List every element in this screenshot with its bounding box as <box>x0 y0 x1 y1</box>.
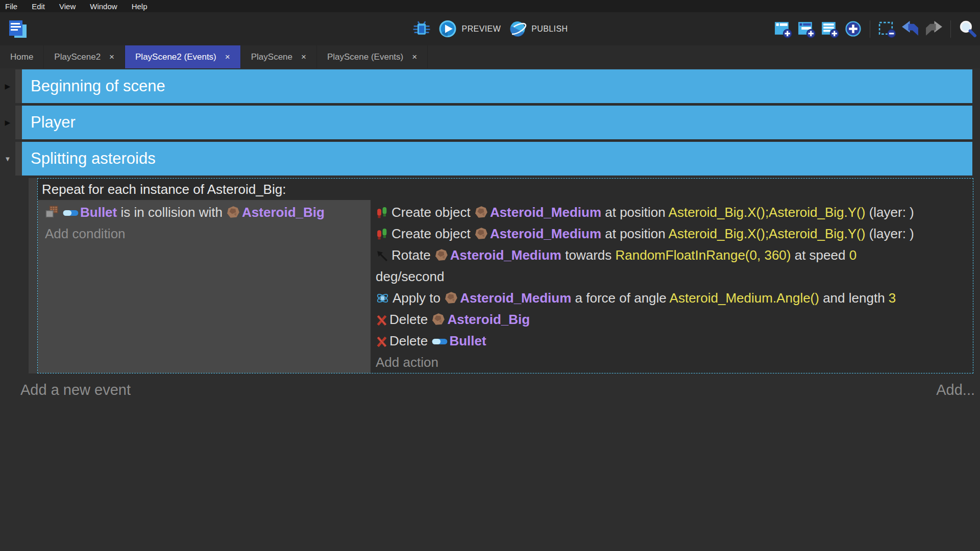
redo-icon[interactable] <box>924 19 943 38</box>
event-groups: ▶Beginning of scene▶Player▼Splitting ast… <box>0 69 980 176</box>
create-object-icon <box>376 227 388 241</box>
text-segment: Delete <box>389 333 431 348</box>
tab-bar: HomePlayScene2×PlayScene2 (Events)×PlayS… <box>0 45 980 68</box>
tab-label: Home <box>10 52 33 62</box>
text-segment: at speed <box>791 247 849 263</box>
group-title-bar[interactable]: Player <box>22 106 972 139</box>
event-group-player[interactable]: ▶Player <box>0 106 980 139</box>
actions-panel[interactable]: Create object Asteroid_Medium at positio… <box>371 200 973 373</box>
group-fold-cell: ▶ <box>0 106 15 139</box>
condition-row[interactable]: Bullet is in collision with Asteroid_Big <box>45 202 366 223</box>
action-row[interactable]: Create object Asteroid_Medium at positio… <box>376 202 966 223</box>
toolbar-center-group: PREVIEW PUBLISH <box>412 12 568 45</box>
add-subevent-icon[interactable] <box>797 19 816 38</box>
asteroid-icon <box>226 205 240 219</box>
menu-item-help[interactable]: Help <box>132 2 148 11</box>
asteroid-icon <box>444 291 458 305</box>
preview-button[interactable]: PREVIEW <box>438 19 501 38</box>
group-title: Beginning of scene <box>31 77 165 95</box>
group-drag-gutter[interactable] <box>15 69 22 103</box>
text-segment: Asteroid_Big <box>447 312 530 327</box>
action-row[interactable]: Create object Asteroid_Medium at positio… <box>376 223 966 244</box>
menu-item-file[interactable]: File <box>5 2 17 11</box>
chevron-down-icon[interactable]: ▼ <box>5 156 11 162</box>
text-segment: Asteroid_Big.X();Asteroid_Big.Y() <box>669 205 866 220</box>
text-segment: at position <box>601 226 669 241</box>
add-more-button[interactable]: Add... <box>936 382 975 398</box>
action-row[interactable]: Delete Bullet <box>376 330 966 352</box>
event-group-beginning-of-scene[interactable]: ▶Beginning of scene <box>0 69 980 103</box>
conditions-panel[interactable]: Bullet is in collision with Asteroid_Big… <box>38 200 371 373</box>
add-circle-icon[interactable] <box>844 19 863 38</box>
remove-selection-icon[interactable] <box>877 19 896 38</box>
tab-playscene[interactable]: PlayScene× <box>241 45 317 68</box>
toolbar-separator <box>870 20 870 38</box>
publish-button[interactable]: PUBLISH <box>508 19 568 38</box>
text-segment: (layer: ) <box>865 205 914 220</box>
toolbar-right-group <box>773 12 977 45</box>
menu-bar: FileEditViewWindowHelp <box>0 0 980 12</box>
bullet-object-icon <box>62 209 79 217</box>
group-title-bar[interactable]: Splitting asteroids <box>22 142 972 176</box>
text-segment: is in collision with <box>117 205 226 220</box>
tab-close-icon[interactable]: × <box>412 52 417 62</box>
debugger-icon[interactable] <box>412 19 431 38</box>
asteroid-icon <box>474 205 488 219</box>
tab-home[interactable]: Home <box>0 45 44 68</box>
group-drag-gutter[interactable] <box>15 142 22 176</box>
group-drag-gutter[interactable] <box>15 106 22 139</box>
tab-playscene-events-[interactable]: PlayScene (Events)× <box>317 45 428 68</box>
events-sheet: ▶Beginning of scene▶Player▼Splitting ast… <box>0 68 980 398</box>
text-segment: Bullet <box>80 205 117 220</box>
add-event-row: Add a new event Add... <box>20 382 960 398</box>
add-action-button[interactable]: Add action <box>376 352 966 373</box>
chevron-right-icon[interactable]: ▶ <box>5 119 11 126</box>
text-segment: Asteroid_Big.X();Asteroid_Big.Y() <box>669 226 866 241</box>
event-group-splitting-asteroids[interactable]: ▼Splitting asteroids <box>0 142 980 176</box>
add-condition-button[interactable]: Add condition <box>45 223 366 244</box>
menu-item-edit[interactable]: Edit <box>32 2 45 11</box>
add-event-icon[interactable] <box>773 19 792 38</box>
tab-close-icon[interactable]: × <box>301 52 306 62</box>
tab-label: PlayScene <box>251 52 292 62</box>
text-segment: a force of angle <box>571 290 669 306</box>
event-drag-gutter[interactable] <box>29 178 37 373</box>
action-row[interactable]: Delete Asteroid_Big <box>376 309 966 330</box>
text-segment: Create object <box>391 226 474 241</box>
preview-label: PREVIEW <box>462 24 501 34</box>
tab-label: PlayScene2 (Events) <box>135 52 216 62</box>
delete-icon <box>376 314 388 327</box>
search-icon[interactable] <box>958 19 977 38</box>
repeat-event-box[interactable]: Repeat for each instance of Asteroid_Big… <box>37 178 973 373</box>
tab-close-icon[interactable]: × <box>225 52 230 62</box>
main-toolbar: PREVIEW PUBLISH <box>0 12 980 45</box>
menu-item-view[interactable]: View <box>59 2 76 11</box>
tab-playscene2-events-[interactable]: PlayScene2 (Events)× <box>125 45 241 68</box>
text-segment: Asteroid_Medium <box>490 205 601 220</box>
tab-close-icon[interactable]: × <box>109 52 114 62</box>
asteroid-icon <box>434 248 449 262</box>
action-row[interactable]: Rotate Asteroid_Medium towards RandomFlo… <box>376 244 966 287</box>
event-indent <box>0 178 29 373</box>
group-title: Splitting asteroids <box>31 149 156 168</box>
tab-playscene2[interactable]: PlayScene2× <box>44 45 125 68</box>
add-new-event-button[interactable]: Add a new event <box>20 382 131 398</box>
tab-label: PlayScene2 <box>54 52 101 62</box>
chevron-right-icon[interactable]: ▶ <box>5 83 11 90</box>
add-comment-icon[interactable] <box>820 19 839 38</box>
rotate-icon <box>376 249 388 262</box>
create-object-icon <box>376 206 388 219</box>
action-row[interactable]: Apply to Asteroid_Medium a force of angl… <box>376 287 966 309</box>
event-columns: Bullet is in collision with Asteroid_Big… <box>38 200 973 373</box>
group-title-bar[interactable]: Beginning of scene <box>22 69 972 103</box>
bullet-object-icon <box>431 337 448 346</box>
menu-item-window[interactable]: Window <box>90 2 117 11</box>
delete-icon <box>376 336 388 348</box>
asteroid-icon <box>431 312 446 327</box>
tab-label: PlayScene (Events) <box>327 52 403 62</box>
text-segment: Create object <box>391 205 474 220</box>
repeat-event-header[interactable]: Repeat for each instance of Asteroid_Big… <box>38 179 973 200</box>
text-segment: Delete <box>389 312 431 327</box>
undo-icon[interactable] <box>901 19 920 38</box>
repeat-event[interactable]: Repeat for each instance of Asteroid_Big… <box>0 178 980 373</box>
